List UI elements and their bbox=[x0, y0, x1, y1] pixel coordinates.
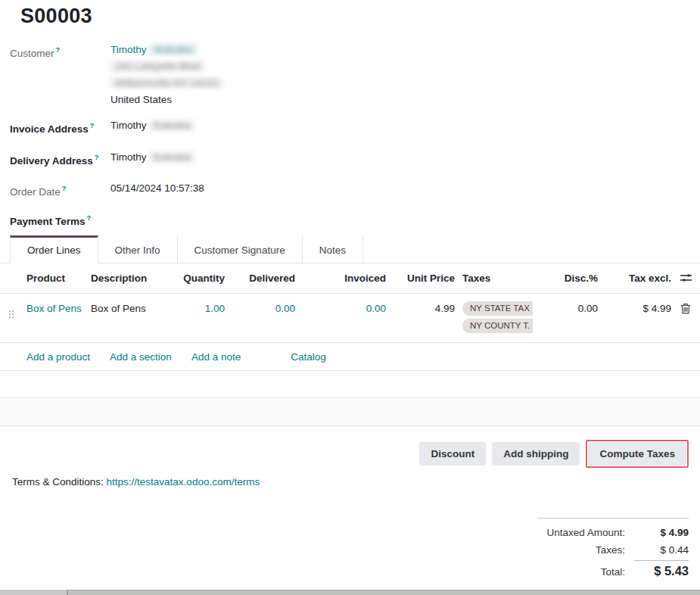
delivery-address-label: Delivery Address? bbox=[10, 149, 110, 170]
payment-terms-field: Payment Terms? bbox=[10, 210, 700, 230]
customer-name-visible[interactable]: Timothy bbox=[110, 44, 147, 55]
tax-badge[interactable]: NY STATE TAX bbox=[462, 301, 533, 316]
add-product-link[interactable]: Add a product bbox=[26, 351, 90, 363]
delivery-address-value[interactable]: Timothy Kukulka bbox=[110, 149, 194, 170]
empty-list-row bbox=[0, 371, 700, 398]
bottom-strip-right[interactable] bbox=[68, 590, 700, 595]
col-taxes[interactable]: Taxes bbox=[455, 273, 535, 284]
bottom-strip-left bbox=[0, 590, 67, 595]
help-icon: ? bbox=[62, 185, 67, 192]
delivery-address-field: Delivery Address? Timothy Kukulka bbox=[10, 149, 700, 170]
order-date-value[interactable]: 05/14/2024 10:57:38 bbox=[110, 180, 204, 201]
col-product[interactable]: Product bbox=[23, 273, 89, 284]
bottom-scroll-strip bbox=[0, 590, 700, 595]
untaxed-amount-value: $ 4.99 bbox=[634, 524, 689, 541]
taxes-row: Taxes: $ 0.44 bbox=[537, 541, 689, 559]
tab-notes[interactable]: Notes bbox=[302, 235, 363, 263]
add-shipping-button[interactable]: Add shipping bbox=[492, 442, 580, 466]
totals-panel: Untaxed Amount: $ 4.99 Taxes: $ 0.44 Tot… bbox=[537, 518, 689, 583]
add-section-link[interactable]: Add a section bbox=[110, 351, 172, 363]
list-footer-band bbox=[0, 398, 700, 426]
header-fields: Customer? Timothy Kukulka 182 Lafayette … bbox=[10, 42, 700, 229]
customer-address-line2: Williamsville NY 14221 bbox=[110, 75, 223, 92]
terms-link[interactable]: https://testavatax.odoo.com/terms bbox=[107, 476, 260, 488]
highlight-box: Compute Taxes bbox=[586, 440, 689, 468]
compute-taxes-button[interactable]: Compute Taxes bbox=[588, 442, 686, 466]
row-disc[interactable]: 0.00 bbox=[535, 301, 598, 316]
row-unit-price[interactable]: 4.99 bbox=[386, 301, 455, 316]
row-description[interactable]: Box of Pens bbox=[89, 301, 163, 316]
untaxed-amount-label: Untaxed Amount: bbox=[546, 524, 625, 541]
invoice-address-field: Invoice Address? Timothy Kukulka bbox=[10, 117, 700, 138]
row-product-link[interactable]: Box of Pens bbox=[26, 303, 82, 314]
col-delivered[interactable]: Delivered bbox=[225, 273, 295, 284]
invoice-address-label: Invoice Address? bbox=[10, 117, 110, 138]
col-description[interactable]: Description bbox=[89, 273, 163, 284]
discount-button[interactable]: Discount bbox=[419, 442, 486, 466]
invoice-address-value[interactable]: Timothy Kukulka bbox=[110, 117, 194, 138]
total-label: Total: bbox=[601, 562, 625, 583]
taxes-value: $ 0.44 bbox=[634, 541, 689, 559]
tab-order-lines[interactable]: Order Lines bbox=[10, 235, 98, 263]
col-unit-price[interactable]: Unit Price bbox=[386, 273, 455, 284]
delivery-address-redacted: Kukulka bbox=[149, 151, 194, 163]
row-invoiced[interactable]: 0.00 bbox=[295, 301, 386, 316]
row-tax-excl: $ 4.99 bbox=[598, 301, 671, 316]
row-quantity[interactable]: 1.00 bbox=[163, 301, 225, 316]
help-icon: ? bbox=[56, 46, 61, 54]
order-lines-table: Product Description Quantity Delivered I… bbox=[0, 263, 700, 426]
customer-name-redacted: Kukulka bbox=[149, 44, 198, 55]
help-icon: ? bbox=[90, 122, 95, 129]
payment-terms-label: Payment Terms? bbox=[10, 210, 110, 230]
customer-address-line1: 182 Lafayette Blvd bbox=[110, 58, 223, 75]
delete-row-button[interactable] bbox=[680, 303, 691, 314]
taxes-label: Taxes: bbox=[596, 541, 625, 559]
terms-label: Terms & Conditions: bbox=[12, 476, 104, 488]
sale-order-form: S00003 Customer? Timothy Kukulka 182 Laf… bbox=[0, 0, 700, 595]
invoice-address-redacted: Kukulka bbox=[149, 120, 194, 131]
untaxed-amount-row: Untaxed Amount: $ 4.99 bbox=[537, 524, 689, 541]
terms-and-conditions: Terms & Conditions: https://testavatax.o… bbox=[12, 476, 260, 488]
total-row: Total: $ 5.43 bbox=[537, 559, 689, 583]
tab-customer-signature[interactable]: Customer Signature bbox=[177, 235, 303, 263]
customer-country: United States bbox=[110, 92, 223, 108]
customer-field: Customer? Timothy Kukulka 182 Lafayette … bbox=[10, 42, 700, 108]
col-tax-excl[interactable]: Tax excl. bbox=[598, 273, 671, 284]
notebook-tabs: Order Lines Other Info Customer Signatur… bbox=[0, 235, 700, 263]
total-value: $ 5.43 bbox=[634, 560, 689, 580]
table-row[interactable]: Box of Pens Box of Pens 1.00 0.00 0.00 4… bbox=[0, 294, 700, 343]
row-taxes[interactable]: NY STATE TAX NY COUNTY T. bbox=[455, 301, 535, 336]
order-date-label: Order Date? bbox=[10, 180, 110, 201]
catalog-link[interactable]: Catalog bbox=[291, 351, 326, 363]
optional-columns-icon[interactable] bbox=[680, 273, 692, 284]
add-note-link[interactable]: Add a note bbox=[191, 351, 241, 363]
row-delivered[interactable]: 0.00 bbox=[225, 301, 295, 316]
order-date-field: Order Date? 05/14/2024 10:57:38 bbox=[10, 180, 700, 201]
tax-badge[interactable]: NY COUNTY T. bbox=[462, 319, 533, 333]
help-icon: ? bbox=[87, 214, 92, 222]
order-lines-header: Product Description Quantity Delivered I… bbox=[0, 263, 700, 294]
list-add-links: Add a product Add a section Add a note C… bbox=[0, 343, 700, 371]
col-quantity[interactable]: Quantity bbox=[163, 273, 225, 284]
customer-name-link[interactable]: Timothy Kukulka bbox=[110, 42, 223, 58]
tab-other-info[interactable]: Other Info bbox=[98, 235, 178, 263]
help-icon: ? bbox=[95, 154, 99, 161]
drag-handle-icon[interactable] bbox=[9, 310, 15, 319]
order-action-buttons: Discount Add shipping Compute Taxes bbox=[419, 440, 689, 468]
col-invoiced[interactable]: Invoiced bbox=[295, 273, 386, 284]
page-title: S00003 bbox=[20, 5, 92, 28]
col-disc[interactable]: Disc.% bbox=[535, 273, 598, 284]
customer-label: Customer? bbox=[10, 42, 110, 108]
